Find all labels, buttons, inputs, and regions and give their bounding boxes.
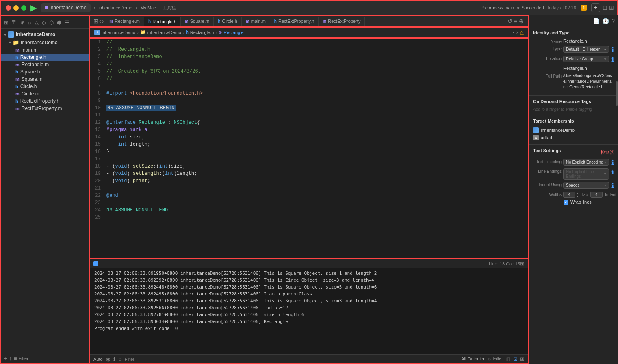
warning-icon[interactable]: △ xyxy=(34,19,39,26)
clear-debug-icon[interactable]: 🗑 xyxy=(505,356,511,362)
minimize-button[interactable] xyxy=(13,5,19,11)
split-editor-icon[interactable]: ≡ xyxy=(514,18,517,24)
source-control-icon[interactable]: 〒 xyxy=(11,18,18,27)
target-membership-section: Target Membership i inheritanceDemo a ad… xyxy=(529,115,618,145)
breakpoint-icon[interactable]: ⬢ xyxy=(56,19,62,26)
line-content xyxy=(105,185,528,192)
breadcrumb-file[interactable]: Rectangle.h xyxy=(190,30,214,35)
line-content: NS_ASSUME_NONNULL_END xyxy=(105,207,528,214)
nav-grid-icon[interactable]: ⊞ xyxy=(93,18,98,24)
type-info-icon: ℹ xyxy=(611,46,614,54)
debug-line: 2024-03-27 02:06:33.891950+0800 inherita… xyxy=(94,270,524,277)
line-content: // inheritanceDemo xyxy=(105,53,528,60)
line-endings-dropdown[interactable]: No Explicit Line Endings ▾ xyxy=(563,168,609,180)
location-dropdown[interactable]: Relative Group ▾ xyxy=(563,56,609,62)
indent-using-dropdown[interactable]: Spaces ▾ xyxy=(563,182,609,189)
breadcrumb-project[interactable]: inheritanceDemo xyxy=(102,30,135,35)
type-dropdown[interactable]: Default - C Header ▾ xyxy=(563,46,609,53)
jump-icon[interactable]: ↕ xyxy=(9,355,12,362)
debug-output[interactable]: 2024-03-27 02:06:33.891950+0800 inherita… xyxy=(90,268,528,354)
report-icon[interactable]: ☰ xyxy=(64,19,70,26)
target-item-adfad[interactable]: a adfad xyxy=(533,134,614,141)
tab-rectangle-m[interactable]: m Rectangle.m xyxy=(105,17,144,26)
scrollbar-thumb[interactable] xyxy=(616,81,618,106)
breadcrumb-group[interactable]: inheritanceDemo xyxy=(147,30,181,35)
debug-indicator xyxy=(93,261,98,266)
help-inspector-icon[interactable]: ? xyxy=(611,18,615,24)
breadcrumb-nav-right-icon[interactable]: › xyxy=(516,29,518,35)
project-tab[interactable]: inheritanceDemo xyxy=(41,3,91,12)
tab-circle-h[interactable]: h Circle.h xyxy=(214,17,241,26)
inspector-panel: 📄 🕐 ? Identity and Type Name Rectangle.h… xyxy=(529,15,618,364)
line-number: 3 xyxy=(90,53,105,60)
text-encoding-dropdown[interactable]: No Explicit Encoding ▾ xyxy=(563,159,609,166)
debug-bottom: Auto ◉ ℹ ⌕ Filter All Output ▾ ⌕ Filter … xyxy=(90,354,528,363)
file-item-square-h[interactable]: h Square.h xyxy=(1,68,89,75)
breadcrumb-sep2: › xyxy=(183,30,184,35)
add-tab-button[interactable]: + xyxy=(591,3,600,12)
tab-square-m[interactable]: m Square.m xyxy=(181,17,214,26)
h-tab-icon: h xyxy=(274,19,277,24)
fullpath-value: /Users/liudong/macWS/base/inheritanceDem… xyxy=(563,73,614,90)
add-file-icon[interactable]: + xyxy=(4,355,7,362)
add-editor-icon[interactable]: ⊕ xyxy=(519,18,524,24)
tab-main-m[interactable]: m main.m xyxy=(242,17,270,26)
tab-rectextproperty-h[interactable]: h RectExtProperty.h xyxy=(270,17,319,26)
group-folder[interactable]: ▾ 📁 inheritanceDemo xyxy=(1,39,89,46)
nav-forward-icon[interactable]: › xyxy=(102,18,104,24)
indent-width-input[interactable] xyxy=(590,192,603,198)
tab-width-input[interactable] xyxy=(563,192,575,198)
filter-icon2: ⌕ xyxy=(488,356,491,362)
wrap-lines-checkbox[interactable]: ✓ xyxy=(564,200,568,205)
file-inspector-icon[interactable]: 📄 xyxy=(593,18,600,24)
history-inspector-icon[interactable]: 🕐 xyxy=(602,18,609,24)
nav-back-icon[interactable]: ‹ xyxy=(99,18,101,24)
target-item-inheritancedemo[interactable]: i inheritanceDemo xyxy=(533,127,614,134)
file-item-circle-m[interactable]: m Circle.m xyxy=(1,90,89,97)
name-row: Name Rectangle.h xyxy=(533,39,614,44)
test-icon[interactable]: ◇ xyxy=(41,19,47,26)
close-button[interactable] xyxy=(6,5,11,11)
line-number: 10 xyxy=(90,104,105,112)
fullscreen-button[interactable] xyxy=(21,5,26,11)
auto-select[interactable]: Auto xyxy=(93,357,103,362)
sort-icon[interactable]: ≡ xyxy=(13,355,17,362)
warning-badge[interactable]: 1 xyxy=(581,5,587,11)
file-item-rectangle-m[interactable]: m Rectangle.m xyxy=(1,61,89,68)
file-item-rectangle-h[interactable]: h Rectangle.h xyxy=(1,54,89,61)
run-button[interactable]: ▶ xyxy=(30,3,37,13)
tab-rectextproperty[interactable]: m RectExtProperty xyxy=(319,17,365,26)
debug-pane-right-icon[interactable]: ⊞ xyxy=(520,356,525,362)
file-item-rectextproperty-h[interactable]: h RectExtProperty.h xyxy=(1,97,89,105)
tab-width-up-icon[interactable]: ▲ xyxy=(576,192,579,195)
debug-expand-icon[interactable]: ⊞ xyxy=(520,261,525,267)
breadcrumb-nav-left-icon[interactable]: ‹ xyxy=(513,29,514,35)
indent-using-value: Spaces xyxy=(566,183,579,187)
file-item-square-m[interactable]: m Square.m xyxy=(1,75,89,83)
filter-label: Filter xyxy=(18,356,28,361)
play-icon: ▶ xyxy=(30,3,37,13)
debug-view-icon[interactable]: ◉ xyxy=(106,356,110,362)
line-number: 19 xyxy=(90,170,105,177)
layout-button[interactable]: ⊡ xyxy=(603,4,607,11)
folder-icon[interactable]: ⊞ xyxy=(3,19,9,26)
debug-info-icon[interactable]: ℹ xyxy=(113,356,115,362)
file-item-rectextproperty-m[interactable]: m RectExtProperty.m xyxy=(1,105,89,112)
file-item-circle-h[interactable]: h Circle.h xyxy=(1,83,89,90)
split-button[interactable]: ⊞ xyxy=(609,4,614,11)
breadcrumb-class[interactable]: Rectangle xyxy=(223,30,244,35)
refresh-tab-icon[interactable]: ↺ xyxy=(507,18,512,24)
project-root-item[interactable]: ▾ i inheritanceDemo xyxy=(1,30,89,39)
symbol-icon[interactable]: ⊕ xyxy=(20,19,26,26)
status-time: Today at 02:16 xyxy=(547,5,576,10)
code-editor[interactable]: 1 // 2 // Rectangle.h 3 // inheritanceDe… xyxy=(89,38,529,258)
search-icon[interactable]: ⌕ xyxy=(27,19,32,26)
debug-pane-left-icon[interactable]: ⊡ xyxy=(513,356,518,362)
tab-width-down-icon[interactable]: ▼ xyxy=(576,195,579,198)
file-item-main-m[interactable]: m main.m xyxy=(1,46,89,54)
debug-icon[interactable]: ⬡ xyxy=(48,19,54,26)
tab-label: main.m xyxy=(251,19,266,24)
all-output-select[interactable]: All Output ▾ xyxy=(461,356,484,362)
tab-rectangle-h[interactable]: h Rectangle.h xyxy=(144,17,181,26)
code-line-6: 6 // xyxy=(90,75,528,82)
